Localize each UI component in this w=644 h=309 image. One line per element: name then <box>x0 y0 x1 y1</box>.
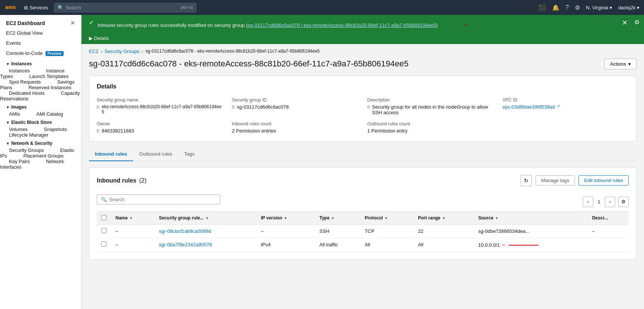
region-selector[interactable]: N. Virginia ▾ <box>586 5 612 10</box>
row-checkbox[interactable] <box>101 228 107 233</box>
copy-icon[interactable]: ⎘ <box>97 128 99 134</box>
row-checkbox[interactable] <box>101 241 107 247</box>
vpc-id-link[interactable]: vpc-03d8fdae396f539ad <box>502 104 555 110</box>
sidebar-title[interactable]: EC2 Dashboard <box>6 20 45 26</box>
settings-icon[interactable]: ⚙ <box>575 4 580 11</box>
search-input[interactable] <box>66 5 178 10</box>
detail-owner: Owner ⎘ 846338211683 <box>97 121 223 134</box>
col-header-type: Type ▼ <box>315 212 360 224</box>
tab-outbound-rules[interactable]: Outbound rules <box>133 147 178 161</box>
col-header-protocol: Protocol ▼ <box>360 212 414 224</box>
sidebar-item-ami-catalog[interactable]: AMI Catalog <box>27 109 69 119</box>
col-header-description: Descr... <box>588 212 629 224</box>
row-port-range: 22 <box>413 224 474 238</box>
manage-tags-button[interactable]: Manage tags <box>536 175 575 185</box>
edit-inbound-rules-button[interactable]: Edit inbound rules <box>579 175 629 185</box>
row-protocol: TCP <box>360 224 414 238</box>
rule-id-link[interactable]: sgr-09cbcf1ab9ca0099d <box>159 228 211 234</box>
search-icon: 🔍 <box>58 5 64 10</box>
global-search[interactable]: 🔍 [Alt+S] <box>54 3 196 12</box>
actions-button[interactable]: Actions ▾ <box>604 59 637 69</box>
sort-icon: ▼ <box>331 216 335 220</box>
user-menu[interactable]: daotq2k ▾ <box>618 5 640 10</box>
tab-inbound-rules[interactable]: Inbound rules <box>89 147 133 161</box>
field-value: 2 Permission entries <box>232 128 358 134</box>
field-value: ⎘ eks-remoteAccess-88c81b20-66ef-11c7-a9… <box>97 104 223 115</box>
section-actions: ↻ Manage tags Edit inbound rules <box>521 175 629 186</box>
sidebar-item-lifecycle-manager[interactable]: Lifecycle Manager <box>0 130 55 140</box>
row-name: – <box>111 224 154 238</box>
row-rule-id: sgr-09cbcf1ab9ca0099d <box>154 224 256 238</box>
table-search-box[interactable]: 🔍 <box>97 194 220 205</box>
section-header: Inbound rules (2) ↻ Manage tags Edit inb… <box>97 175 629 186</box>
sidebar-close-button[interactable]: ✕ <box>70 19 75 26</box>
rule-id-link[interactable]: sgr-0ba7f9e2342a90578 <box>159 242 212 247</box>
refresh-icon: ↻ <box>524 178 529 184</box>
chevron-down-icon: ▼ <box>6 121 10 125</box>
grid-icon: ⊞ <box>24 5 28 10</box>
sort-icon: ▼ <box>129 216 133 220</box>
sort-icon: ▼ <box>384 216 388 220</box>
prev-page-button[interactable]: ‹ <box>583 197 593 207</box>
refresh-button[interactable]: ↻ <box>521 175 532 186</box>
copy-icon[interactable]: ⎘ <box>367 104 370 110</box>
field-value: ⎘ Security group for all nodes in the no… <box>367 104 494 115</box>
detail-outbound-rules-count: Outbound rules count 1 Permission entry <box>367 121 494 134</box>
row-type: All traffic <box>315 238 360 252</box>
details-toggle[interactable]: ▶ Details <box>81 34 644 44</box>
detail-vpc-id: VPC ID vpc-03d8fdae396f539ad ↗ <box>502 97 629 115</box>
sort-icon: ▼ <box>495 216 499 220</box>
copy-icon[interactable]: ⎘ <box>232 104 235 110</box>
section-title-group: Inbound rules (2) <box>97 177 147 184</box>
inbound-rules-section: Inbound rules (2) ↻ Manage tags Edit inb… <box>89 167 637 260</box>
page-title: sg-03117cd6d6c6ac078 - eks-remoteAccess-… <box>89 59 409 69</box>
detail-description: Description ⎘ Security group for all nod… <box>367 97 494 115</box>
sidebar: EC2 Dashboard ✕ EC2 Global View Events C… <box>0 15 81 309</box>
success-check-icon: ✔ <box>89 19 94 26</box>
sidebar-item-events[interactable]: Events <box>0 38 81 48</box>
chevron-down-icon: ▼ <box>6 141 10 146</box>
select-all-checkbox[interactable] <box>101 215 107 220</box>
sidebar-item-global-view[interactable]: EC2 Global View <box>0 28 81 38</box>
col-header-checkbox <box>97 212 111 224</box>
field-value: ⎘ sg-03117cd6d6c6ac078 <box>232 104 358 110</box>
chevron-down-icon: ▼ <box>6 62 10 66</box>
col-header-rule-id: Security group rule... ▼ <box>154 212 256 224</box>
banner-close-button[interactable]: ✕ <box>622 19 628 27</box>
red-arrow-line <box>509 245 539 246</box>
breadcrumb-security-groups-link[interactable]: Security Groups <box>105 49 139 54</box>
search-icon: 🔍 <box>101 197 107 202</box>
top-navigation: aws ⊞ Services 🔍 [Alt+S] ⬛ 🔔 ? ⚙ N. Virg… <box>0 0 644 15</box>
sidebar-item-console-to-code[interactable]: Console-to-Code Preview <box>0 48 81 58</box>
field-label: Security group ID <box>232 97 358 103</box>
banner-message: Inbound security group rules successfull… <box>98 19 637 30</box>
breadcrumb-separator: › <box>101 49 102 54</box>
search-shortcut: [Alt+S] <box>181 5 193 10</box>
table-row: – sgr-09cbcf1ab9ca0099d – SSH TCP 22 sg-… <box>97 224 629 238</box>
row-rule-id: sgr-0ba7f9e2342a90578 <box>154 238 256 252</box>
page-number: 1 <box>596 199 602 205</box>
main-content: ✔ Inbound security group rules successfu… <box>81 15 644 309</box>
row-description <box>588 238 629 252</box>
banner-settings-icon[interactable]: ⚙ <box>634 19 640 26</box>
help-icon[interactable]: ? <box>566 4 569 11</box>
section-count: (2) <box>139 177 147 184</box>
detail-empty <box>502 121 629 134</box>
row-ip-version: – <box>256 224 315 238</box>
tab-tags[interactable]: Tags <box>178 147 200 161</box>
bell-icon[interactable]: 🔔 <box>552 4 560 11</box>
detail-security-group-name: Security group name ⎘ eks-remoteAccess-8… <box>97 97 223 115</box>
services-menu[interactable]: ⊞ Services <box>24 5 48 10</box>
breadcrumb-ec2-link[interactable]: EC2 <box>89 49 98 54</box>
row-source: 10.0.0.0/1 ← <box>474 238 588 252</box>
copy-icon[interactable]: ⎘ <box>97 104 99 110</box>
pagination-settings-button[interactable]: ⚙ <box>618 197 629 207</box>
next-page-button[interactable]: › <box>605 197 615 207</box>
table-search-input[interactable] <box>109 197 216 202</box>
field-value: vpc-03d8fdae396f539ad ↗ <box>502 104 629 110</box>
breadcrumb: EC2 › Security Groups › sg-03117cd6d6c6a… <box>81 44 644 56</box>
sidebar-item-amis[interactable]: AMIs <box>0 109 26 119</box>
banner-link[interactable]: sg-03117cd6d6c6ac078 | eks-remoteAccess-… <box>248 22 436 28</box>
cloudshell-icon[interactable]: ⬛ <box>539 4 546 11</box>
detail-security-group-id: Security group ID ⎘ sg-03117cd6d6c6ac078 <box>232 97 358 115</box>
